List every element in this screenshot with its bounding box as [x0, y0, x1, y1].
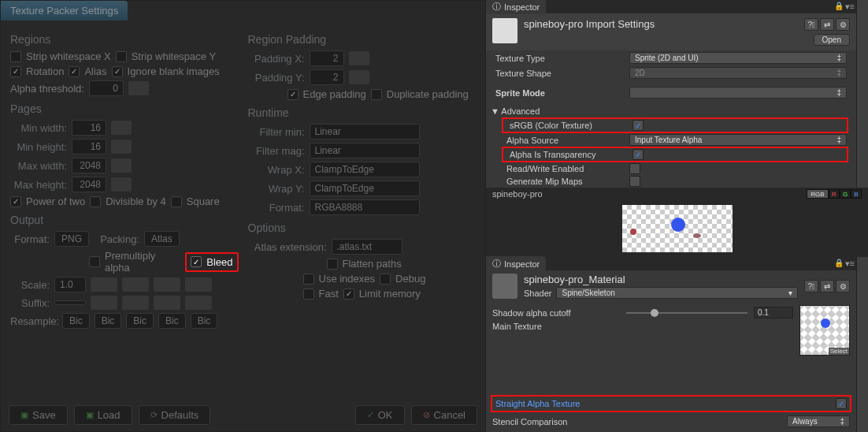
min-height-label: Min height: [10, 141, 67, 153]
save-button[interactable]: ▣Save [9, 405, 68, 425]
g-button[interactable]: G [840, 189, 851, 199]
lock-icon[interactable]: 🔒 [834, 2, 844, 12]
alpha-threshold-label: Alpha threshold: [10, 83, 84, 95]
texture-preview [486, 200, 868, 257]
open-button[interactable]: Open [814, 34, 850, 46]
mip-maps-checkbox[interactable] [629, 176, 640, 187]
alias-checkbox[interactable] [69, 66, 80, 77]
shadow-cutoff-value[interactable]: 0.1 [754, 307, 793, 318]
filter-mag-dropdown[interactable]: Linear [310, 143, 420, 158]
max-width-input[interactable]: 2048 [72, 158, 106, 173]
gear-icon[interactable]: ⚙ [836, 280, 850, 292]
rgb-button[interactable]: RGB [807, 189, 829, 199]
unity-inspector-panel: ⓘInspector 🔒▾≡ spineboy-pro Import Setti… [486, 0, 868, 432]
help-icon[interactable]: ?⃝ [804, 18, 818, 31]
resample-3[interactable]: Bic [158, 313, 186, 329]
use-indexes-checkbox[interactable] [303, 274, 314, 285]
scrollbar-top[interactable] [856, 0, 868, 188]
atlas-ext-input[interactable]: .atlas.txt [332, 239, 402, 255]
wrap-x-dropdown[interactable]: ClampToEdge [310, 162, 420, 177]
alias-label: Alias [84, 65, 106, 77]
main-texture-slot[interactable]: Select [799, 305, 850, 356]
shader-dropdown[interactable]: Spine/Skeleton▾ [556, 287, 798, 299]
help-icon[interactable]: ?⃝ [804, 280, 818, 292]
shadow-cutoff-slider[interactable] [626, 312, 747, 314]
rw-enabled-checkbox[interactable] [629, 163, 640, 174]
r-button[interactable]: R [829, 189, 840, 199]
material-title: spineboy-pro_Material [524, 274, 798, 285]
runtime-format-dropdown[interactable]: RGBA8888 [310, 199, 420, 215]
debug-checkbox[interactable] [380, 274, 391, 285]
sprite-mode-label: Sprite Mode [495, 88, 629, 98]
inspector-tab-2[interactable]: ⓘInspector [486, 256, 546, 271]
padding-y-input[interactable]: 2 [310, 69, 344, 85]
min-width-input[interactable]: 16 [72, 120, 106, 136]
bleed-label: Bleed [206, 256, 232, 268]
menu-icon[interactable]: ▾≡ [845, 2, 855, 12]
filter-mag-label: Filter mag: [248, 145, 305, 157]
premultiply-alpha-checkbox[interactable] [89, 256, 100, 267]
menu-icon[interactable]: ▾≡ [845, 259, 855, 269]
output-format-dropdown[interactable]: PNG [54, 231, 89, 247]
gear-icon[interactable]: ⚙ [836, 18, 850, 31]
pages-title: Pages [10, 102, 239, 115]
cancel-button[interactable]: ⊘Cancel [411, 405, 477, 425]
scrollbar-bottom[interactable] [856, 257, 868, 432]
resample-2[interactable]: Bic [126, 313, 154, 329]
power-of-two-checkbox[interactable] [10, 196, 21, 207]
preset-icon[interactable]: ⇄ [820, 280, 834, 292]
import-title: spineboy-pro Import Settings [524, 18, 655, 30]
stencil-dropdown[interactable]: Always‡ [787, 415, 850, 427]
flatten-paths-checkbox[interactable] [327, 259, 338, 270]
straight-alpha-highlight: Straight Alpha Texture [491, 395, 851, 412]
divisible-by-4-checkbox[interactable] [90, 196, 101, 207]
resample-4[interactable]: Bic [191, 313, 218, 329]
advanced-foldout[interactable]: ▼ Advanced [486, 105, 856, 117]
padding-x-input[interactable]: 2 [310, 50, 344, 66]
ok-button[interactable]: ✓OK [355, 405, 405, 425]
max-height-label: Max height: [10, 179, 67, 191]
straight-alpha-checkbox[interactable] [836, 398, 847, 409]
import-header: spineboy-pro Import Settings ?⃝ ⇄ ⚙ Open [486, 13, 856, 50]
resample-1[interactable]: Bic [95, 313, 122, 329]
rotation-checkbox[interactable] [10, 66, 21, 77]
max-height-input[interactable]: 2048 [72, 177, 106, 192]
b-button[interactable]: B [851, 189, 862, 199]
edge-padding-checkbox[interactable] [287, 89, 299, 100]
lock-icon[interactable]: 🔒 [834, 259, 844, 269]
output-title: Output [10, 214, 239, 226]
texture-type-dropdown[interactable]: Sprite (2D and UI)‡ [629, 52, 847, 64]
square-checkbox[interactable] [171, 196, 182, 207]
srgb-checkbox[interactable] [632, 120, 644, 131]
limit-memory-checkbox[interactable] [343, 289, 354, 300]
check-icon: ✓ [367, 410, 374, 420]
wrap-y-dropdown[interactable]: ClampToEdge [310, 181, 420, 196]
strip-ws-y-checkbox[interactable] [116, 51, 127, 62]
alpha-threshold-input[interactable]: 0 [89, 80, 124, 96]
flatten-paths-label: Flatten paths [343, 258, 402, 270]
strip-ws-y-label: Strip whitespace Y [132, 50, 216, 62]
resample-0[interactable]: Bic [62, 313, 90, 329]
inspector-tab[interactable]: ⓘInspector [486, 0, 546, 14]
alpha-transparency-checkbox[interactable] [632, 149, 644, 160]
regions-title: Regions [10, 33, 239, 46]
min-height-input[interactable]: 16 [72, 139, 106, 155]
ignore-blank-checkbox[interactable] [112, 66, 123, 77]
strip-ws-x-checkbox[interactable] [10, 51, 21, 62]
use-indexes-label: Use indexes [319, 273, 376, 285]
load-button[interactable]: ▣Load [74, 405, 132, 425]
bleed-checkbox[interactable] [191, 256, 202, 267]
alpha-source-dropdown[interactable]: Input Texture Alpha‡ [629, 134, 847, 146]
folder-icon: ▣ [86, 410, 94, 420]
duplicate-padding-checkbox[interactable] [371, 89, 382, 100]
filter-min-dropdown[interactable]: Linear [310, 124, 420, 140]
select-label[interactable]: Select [829, 348, 849, 355]
padding-title: Region Padding [248, 33, 477, 46]
packing-dropdown[interactable]: Atlas [144, 231, 180, 247]
defaults-button[interactable]: ⟳Defaults [139, 405, 211, 425]
preset-icon[interactable]: ⇄ [820, 18, 834, 31]
scale-input[interactable]: 1.0 [54, 277, 86, 292]
sprite-mode-dropdown[interactable]: ‡ [629, 87, 847, 99]
suffix-input-0[interactable] [54, 300, 86, 305]
fast-checkbox[interactable] [303, 289, 314, 300]
